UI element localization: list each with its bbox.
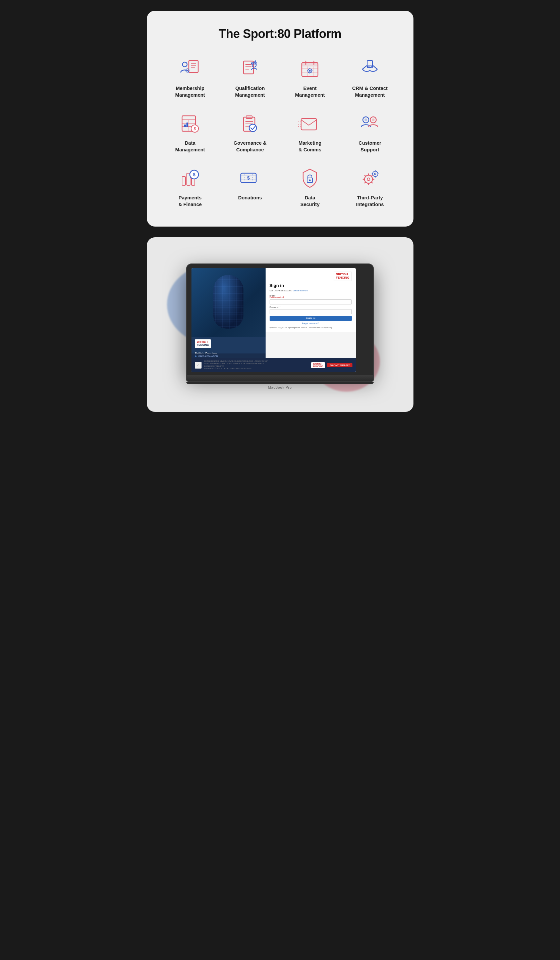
- create-account-text: Don't have an account? Create account: [270, 290, 352, 292]
- feature-security[interactable]: DataSecurity: [280, 166, 340, 208]
- contact-support-button[interactable]: CONTACT SUPPORT: [327, 363, 353, 367]
- marketing-icon: [298, 112, 322, 136]
- svg-point-13: [255, 61, 256, 62]
- platform-title: The Sport:80 Platform: [160, 27, 400, 41]
- feature-donations[interactable]: $ Donations: [220, 166, 280, 208]
- svg-point-4: [182, 62, 187, 67]
- membership-icon: [178, 57, 202, 81]
- svg-point-23: [309, 70, 311, 72]
- governance-icon: [238, 112, 262, 136]
- feature-crm-label: CRM & ContactManagement: [352, 85, 388, 98]
- laptop-screen: BRITISHFENCING British Fencing Membershi…: [191, 268, 356, 372]
- email-error: Field is required: [270, 296, 352, 298]
- data-icon: $: [178, 112, 202, 136]
- svg-point-30: [370, 66, 370, 67]
- integrations-icon: [358, 166, 382, 190]
- feature-governance-label: Governance &Compliance: [233, 140, 266, 153]
- platform-card: The Sport:80 Platform: [147, 11, 413, 227]
- feature-payments-label: Payments& Finance: [179, 195, 201, 208]
- svg-line-73: [365, 176, 365, 176]
- feature-support-label: CustomerSupport: [359, 140, 381, 153]
- qualification-icon: [238, 57, 262, 81]
- bf-brand-text-right: BRITISHFENCING: [336, 273, 350, 280]
- password-input[interactable]: [270, 309, 352, 314]
- svg-rect-54: [182, 176, 185, 185]
- feature-donations-label: Donations: [238, 195, 262, 202]
- sign-in-title: Sign in: [270, 283, 352, 288]
- top-logo-row: BRITISHFENCING: [270, 272, 352, 281]
- feature-event-label: EventManagement: [295, 85, 325, 98]
- feature-marketing-label: Marketing& Comms: [298, 140, 322, 153]
- security-icon: [298, 166, 322, 190]
- svg-point-68: [367, 178, 370, 181]
- svg-rect-15: [302, 62, 318, 66]
- svg-rect-46: [301, 118, 317, 130]
- terms-text: By continuing you are agreeing to our Te…: [270, 326, 352, 329]
- features-grid: MembershipManagement Qual: [160, 57, 400, 208]
- svg-line-74: [372, 182, 372, 183]
- feature-membership-label: MembershipManagement: [175, 85, 205, 98]
- bf-brand-text-left: BRITISHFENCING: [197, 341, 209, 347]
- screen-left: BRITISHFENCING British Fencing Membershi…: [191, 268, 266, 372]
- svg-rect-36: [184, 125, 186, 127]
- feature-integrations-label: Third-PartyIntegrations: [356, 195, 384, 208]
- bf-logo-right: BRITISHFENCING: [333, 272, 352, 281]
- sign-in-panel: BRITISHFENCING Sign in Don't have an acc…: [266, 268, 356, 332]
- donations-icon: $: [238, 166, 262, 190]
- svg-text:$: $: [193, 172, 196, 177]
- svg-rect-37: [187, 123, 188, 127]
- password-label: Password *: [270, 306, 352, 309]
- footer-logo: BRITISHFENCING: [311, 362, 325, 368]
- laptop-showcase-card: BRITISHFENCING British Fencing Membershi…: [147, 237, 413, 412]
- feature-membership[interactable]: MembershipManagement: [160, 57, 220, 98]
- feature-data-label: DataManagement: [175, 140, 205, 153]
- feature-event[interactable]: EventManagement: [280, 57, 340, 98]
- email-input[interactable]: [270, 299, 352, 304]
- event-icon: [298, 57, 322, 81]
- laptop-model-label: MacBook Pro: [186, 386, 374, 389]
- screen-content: BRITISHFENCING British Fencing Membershi…: [191, 268, 356, 372]
- svg-point-77: [373, 171, 378, 176]
- feature-data[interactable]: $ DataManagement: [160, 112, 220, 153]
- screen-footer: ✓ BRITISH FENCING, 1 BARON'S GATE, 33-35…: [191, 358, 356, 372]
- laptop-wrapper: BRITISHFENCING British Fencing Membershi…: [186, 264, 374, 389]
- sign-in-button[interactable]: SIGN IN: [270, 316, 352, 321]
- feature-marketing[interactable]: Marketing& Comms: [280, 112, 340, 153]
- laptop-bottom-edge: [186, 382, 374, 384]
- svg-text:$: $: [193, 126, 196, 131]
- footer-logo-text: BRITISHFENCING: [313, 363, 324, 368]
- feature-qualification-label: QualificationManagement: [235, 85, 265, 98]
- svg-text:$: $: [247, 175, 250, 181]
- laptop-frame: BRITISHFENCING British Fencing Membershi…: [186, 264, 374, 376]
- feature-integrations[interactable]: Third-PartyIntegrations: [340, 166, 400, 208]
- bf-logo-left: BRITISHFENCING: [195, 339, 211, 348]
- svg-line-76: [365, 182, 365, 183]
- forgot-password-link[interactable]: Forgot password?: [270, 322, 352, 325]
- crm-icon: [358, 57, 382, 81]
- svg-point-66: [309, 179, 311, 181]
- svg-point-78: [375, 173, 376, 175]
- svg-line-75: [372, 176, 372, 176]
- feature-qualification[interactable]: QualificationManagement: [220, 57, 280, 98]
- create-account-link[interactable]: Create account: [293, 290, 308, 292]
- feature-governance[interactable]: Governance &Compliance: [220, 112, 280, 153]
- payments-icon: $: [178, 166, 202, 190]
- svg-point-53: [372, 118, 375, 121]
- feature-crm[interactable]: CRM & ContactManagement: [340, 57, 400, 98]
- svg-point-10: [252, 63, 256, 67]
- support-icon: [358, 112, 382, 136]
- make-donation-link[interactable]: MAKE A DONATION: [195, 355, 262, 357]
- feature-support[interactable]: CustomerSupport: [340, 112, 400, 153]
- footer-address: BRITISH FENCING, 1 BARON'S GATE, 33-35 R…: [204, 360, 268, 370]
- recaptcha-box: ✓: [195, 362, 201, 368]
- feature-payments[interactable]: $ Payments& Finance: [160, 166, 220, 208]
- svg-point-51: [364, 118, 367, 121]
- svg-rect-0: [189, 61, 198, 72]
- feature-security-label: DataSecurity: [300, 195, 319, 208]
- laptop-base: [186, 376, 374, 382]
- svg-point-45: [249, 124, 257, 131]
- screen-right: BRITISHFENCING Sign in Don't have an acc…: [266, 268, 356, 372]
